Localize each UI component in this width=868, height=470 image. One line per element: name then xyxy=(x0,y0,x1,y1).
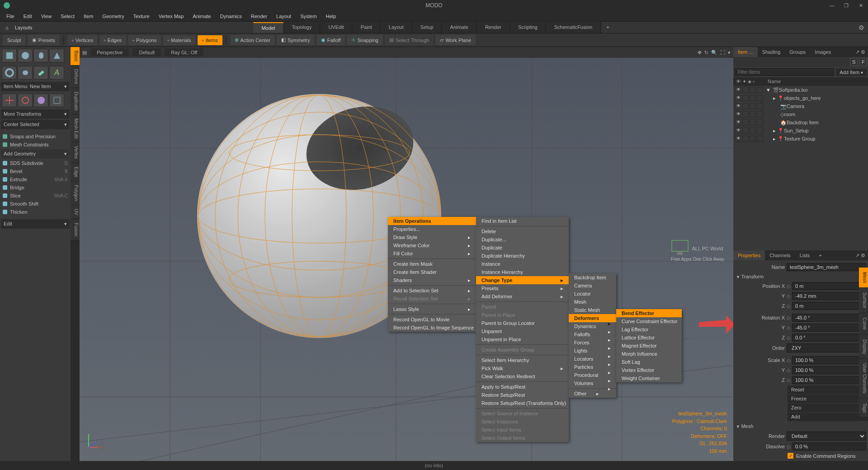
menu-vertexmap[interactable]: Vertex Map xyxy=(154,12,189,21)
perspective-dropdown[interactable]: Perspective xyxy=(90,48,129,56)
text-tool[interactable]: A xyxy=(49,66,64,80)
keyframe-icon[interactable]: ◇ xyxy=(787,303,790,309)
menu-animate[interactable]: Animate xyxy=(188,12,215,21)
item-menu-dropdown[interactable]: Item Menu: New Item▾ xyxy=(1,82,70,91)
ctx2-unparent[interactable]: Unparent xyxy=(476,327,569,335)
ctx2-presets[interactable]: Presets xyxy=(476,284,569,292)
ctx3-locator[interactable]: Locator xyxy=(569,290,616,298)
tree-row-texture[interactable]: 👁▸📍Texture Group xyxy=(733,135,868,143)
tree-row-scene[interactable]: 👁▼🎬Softpedia.lxo xyxy=(733,86,868,94)
scale-z-input[interactable] xyxy=(792,376,866,384)
ctx2-selhier[interactable]: Select Item Hierarchy xyxy=(476,356,569,364)
tab-lists[interactable]: Lists xyxy=(795,250,815,260)
keyframe-icon[interactable]: ◇ xyxy=(787,444,790,450)
rside-tab-curve[interactable]: Curve xyxy=(859,313,868,335)
ctx2-duplicate2[interactable]: Duplicate xyxy=(476,244,569,252)
keyframe-icon[interactable]: ◇ xyxy=(787,367,790,373)
edit-dropdown[interactable]: Edit▾ xyxy=(1,219,70,229)
ctx3-mesh[interactable]: Mesh xyxy=(569,298,616,306)
op-extrude[interactable]: ExtrudeShift-X xyxy=(0,175,71,183)
zero-button[interactable]: Zero▾ xyxy=(788,404,866,412)
scale-x-input[interactable] xyxy=(792,356,866,364)
rotate-icon[interactable]: ↻ xyxy=(704,50,708,56)
ctx2-pickwalk[interactable]: Pick Walk xyxy=(476,364,569,372)
close-button[interactable]: ✕ xyxy=(854,0,868,11)
rotation-z-input[interactable] xyxy=(792,334,866,342)
add-button[interactable]: Add▾ xyxy=(788,413,866,421)
tab-item[interactable]: Item ... xyxy=(733,47,758,57)
cylinder-tool[interactable] xyxy=(33,49,48,62)
op-bridge[interactable]: Bridge xyxy=(0,183,71,192)
rside-tab-userchannels[interactable]: User Channels xyxy=(859,359,868,398)
center-selected-dropdown[interactable]: Center Selected▾ xyxy=(1,120,70,129)
ctx4-bend[interactable]: Bend Effector xyxy=(616,309,682,317)
settings-gear-icon[interactable]: ⚙ xyxy=(859,24,864,31)
ctx3-deformers[interactable]: Deformers xyxy=(569,314,616,322)
rotation-x-input[interactable] xyxy=(792,314,866,322)
side-tab-vertex[interactable]: Vertex xyxy=(71,142,80,163)
ctx4-lag[interactable]: Lag Effector xyxy=(616,325,682,334)
materials-button[interactable]: ▫Materials xyxy=(163,35,196,45)
op-sds-subdivide[interactable]: SDS SubdivideD xyxy=(0,159,71,167)
home-icon[interactable]: ⌂ xyxy=(3,25,11,30)
pan-icon[interactable]: ✥ xyxy=(698,50,702,56)
tree-row-backdrop[interactable]: 👁🏠Backdrop Item xyxy=(733,118,868,127)
ctx2-parentgroup[interactable]: Parent to Group Locator xyxy=(476,319,569,327)
layout-tab-schematicfusion[interactable]: SchematicFusion xyxy=(546,22,601,33)
ctx1-createshader[interactable]: Create Item Shader xyxy=(388,268,476,276)
ctx1-addselset[interactable]: Add to Selection Set xyxy=(388,287,476,295)
side-tab-basic[interactable]: Basic xyxy=(71,47,80,66)
tab-groups[interactable]: Groups xyxy=(785,47,810,57)
polygons-button[interactable]: ▫Polygons xyxy=(128,35,161,45)
layout-tab-scripting[interactable]: Scripting xyxy=(510,22,546,33)
ctx3-staticmesh[interactable]: Static Mesh xyxy=(569,306,616,314)
ctx1-recseq[interactable]: Record OpenGL to Image Sequence xyxy=(388,324,476,332)
minimize-button[interactable]: — xyxy=(825,0,839,11)
snaps-precision-button[interactable]: Snaps and Precision xyxy=(0,132,71,141)
viewport-options-icon[interactable]: ▤ xyxy=(82,50,87,56)
symmetry-button[interactable]: ◧Symmetry xyxy=(277,35,315,45)
cube-tool[interactable] xyxy=(2,49,17,62)
menu-file[interactable]: File xyxy=(2,12,19,21)
ctx4-softlag[interactable]: Soft Lag xyxy=(616,358,682,366)
ctx3-camera[interactable]: Camera xyxy=(569,282,616,290)
keyframe-icon[interactable]: ◇ xyxy=(787,377,790,383)
zoom-icon[interactable]: 🔍 xyxy=(711,50,717,56)
menu-dynamics[interactable]: Dynamics xyxy=(216,12,246,21)
sculpt-button[interactable]: Sculpt xyxy=(3,35,26,45)
plane-tool[interactable] xyxy=(33,66,48,80)
position-y-input[interactable] xyxy=(792,292,866,300)
add-item-button[interactable]: Add Item ▾ xyxy=(836,69,867,76)
layout-tab-layout[interactable]: Layout xyxy=(381,22,412,33)
items-button[interactable]: ▫Items xyxy=(198,35,222,45)
ctx1-wireframecolor[interactable]: Wireframe Color xyxy=(388,241,476,249)
ctx2-delete[interactable]: Delete xyxy=(476,227,569,235)
layout-tab-paint[interactable]: Paint xyxy=(353,22,381,33)
op-thicken[interactable]: Thicken xyxy=(0,208,71,216)
snapping-button[interactable]: ⊹Snapping xyxy=(347,35,383,45)
layout-tab-uvedit[interactable]: UVEdit xyxy=(320,22,352,33)
rside-tab-tags[interactable]: Tags xyxy=(859,399,868,418)
scale-y-input[interactable] xyxy=(792,366,866,374)
ctx1-recmovie[interactable]: Record OpenGL to Movie xyxy=(388,315,476,324)
filter-input[interactable] xyxy=(735,68,834,76)
edges-button[interactable]: ▫Edges xyxy=(99,35,126,45)
side-tab-uv[interactable]: UV xyxy=(71,205,80,219)
ctx1-shaders[interactable]: Shaders xyxy=(388,276,476,284)
scale-tool[interactable] xyxy=(33,94,48,107)
ctx1-lasso[interactable]: Lasso Style xyxy=(388,305,476,313)
side-tab-meshedit[interactable]: Mesh Edit xyxy=(71,115,80,142)
frame-icon[interactable]: ⛶ xyxy=(720,50,725,56)
tree-row-objects[interactable]: 👁▸📍objects_go_here xyxy=(733,94,868,102)
keyframe-icon[interactable]: ◇ xyxy=(787,293,790,299)
action-center-button[interactable]: ⊕Action Center xyxy=(230,35,275,45)
menu-geometry[interactable]: Geometry xyxy=(98,12,128,21)
render-select[interactable]: Default xyxy=(787,432,866,441)
side-tab-polygon[interactable]: Polygon xyxy=(71,181,80,205)
menu-select[interactable]: Select xyxy=(56,12,79,21)
menu-layout[interactable]: Layout xyxy=(272,12,296,21)
ctx2-restoresetup[interactable]: Restore Setup/Rest xyxy=(476,391,569,399)
shading-dropdown[interactable]: Default xyxy=(132,48,161,56)
add-geometry-header[interactable]: Add Geometry▾ xyxy=(1,149,70,159)
keyframe-icon[interactable]: ◇ xyxy=(787,335,790,341)
